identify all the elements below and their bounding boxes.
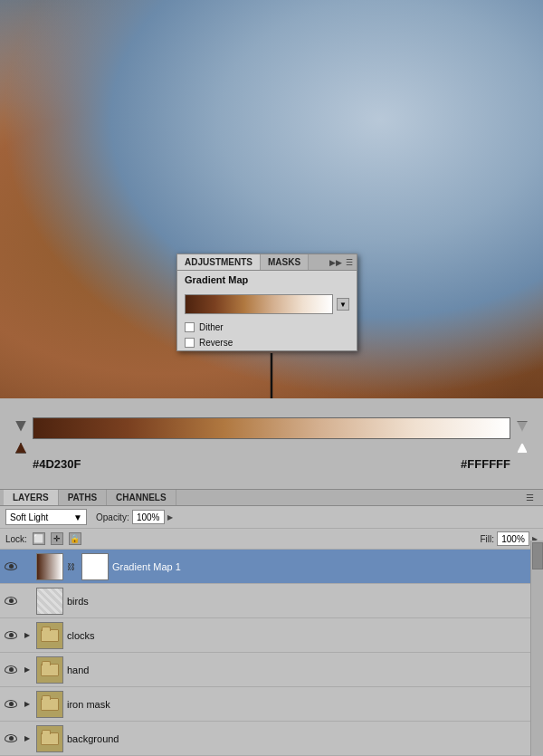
gradient-stop-top-right[interactable] <box>516 421 529 435</box>
tab-paths[interactable]: PATHS <box>59 490 107 505</box>
layers-scrollbar[interactable] <box>530 541 543 756</box>
lock-label: Lock: <box>5 534 27 544</box>
layer-link-icon: ⛓ <box>67 562 76 571</box>
dither-option: Dither <box>177 320 357 335</box>
gradient-dropdown-button[interactable]: ▼ <box>337 298 349 311</box>
lock-all-button[interactable]: 🔒 <box>69 532 81 545</box>
gradient-stop-bottom-right[interactable] <box>516 443 529 454</box>
eye-icon <box>5 734 17 742</box>
gradient-bottom-stops <box>14 443 529 454</box>
eye-icon <box>5 597 17 605</box>
gradient-preview[interactable] <box>185 294 333 314</box>
opacity-control: Opacity: 100% ▶ <box>96 510 173 524</box>
layer-expand-button <box>22 561 33 572</box>
arrow-indicator <box>258 353 285 398</box>
layer-thumbnail <box>36 691 63 718</box>
layer-name: birds <box>67 596 539 607</box>
layer-visibility-toggle[interactable] <box>4 663 18 677</box>
layer-name: clocks <box>67 630 539 641</box>
fill-label: Fill: <box>480 534 494 544</box>
layers-panel-menu[interactable]: ☰ <box>520 491 539 504</box>
gradient-thumbnail <box>37 554 62 579</box>
gradient-full-row <box>14 417 529 439</box>
gradient-stop-bottom-left[interactable] <box>14 443 27 454</box>
layers-blend-opacity-row: Soft Light ▼ Opacity: 100% ▶ <box>0 506 543 529</box>
layer-visibility-toggle[interactable] <box>4 697 18 712</box>
lock-position-button[interactable]: ✛ <box>51 532 63 545</box>
layers-list: ⛓ Gradient Map 1 birds ▶ <box>0 550 543 756</box>
folder-icon <box>41 698 59 711</box>
layer-expand-button[interactable]: ▶ <box>22 630 33 641</box>
layer-row[interactable]: ⛓ Gradient Map 1 <box>0 550 543 584</box>
blend-mode-select[interactable]: Soft Light ▼ <box>5 509 87 525</box>
layers-tabs-bar: LAYERS PATHS CHANNELS ☰ <box>0 490 543 506</box>
layer-row[interactable]: birds <box>0 584 543 618</box>
dither-label: Dither <box>199 322 224 332</box>
tab-channels[interactable]: CHANNELS <box>107 490 176 505</box>
layer-row[interactable]: ▶ iron mask <box>0 687 543 722</box>
opacity-arrow[interactable]: ▶ <box>167 513 173 522</box>
layer-visibility-toggle[interactable] <box>4 560 18 574</box>
layer-thumbnail <box>36 725 63 752</box>
layer-name: iron mask <box>67 699 539 710</box>
lock-pixels-button[interactable]: ⬜ <box>33 532 45 545</box>
layer-thumbnail <box>36 622 63 649</box>
tab-masks[interactable]: MASKS <box>261 254 309 270</box>
gradient-bar-section: #4D230F #FFFFFF <box>0 398 543 489</box>
reverse-option: Reverse <box>177 335 357 350</box>
menu-icon[interactable]: ☰ <box>346 258 353 267</box>
tab-layers[interactable]: LAYERS <box>4 490 59 505</box>
eye-pupil <box>9 667 14 672</box>
eye-icon <box>5 562 17 570</box>
eye-icon <box>5 631 17 639</box>
adjustments-panel: ADJUSTMENTS MASKS ▶▶ ☰ Gradient Map ▼ Di… <box>176 254 357 351</box>
layer-name: background <box>67 733 539 744</box>
blend-mode-arrow: ▼ <box>73 512 82 522</box>
layer-mask-thumbnail <box>81 553 109 580</box>
layers-panel: LAYERS PATHS CHANNELS ☰ Soft Light ▼ Opa… <box>0 489 543 756</box>
gradient-preview-row: ▼ <box>177 289 357 320</box>
dither-checkbox[interactable] <box>185 322 195 332</box>
layer-expand-button <box>22 596 33 607</box>
layer-expand-button[interactable]: ▶ <box>22 699 33 710</box>
eye-pupil <box>9 736 14 741</box>
layer-name: hand <box>67 665 539 675</box>
layer-row[interactable]: ▶ hand <box>0 653 543 687</box>
eye-icon <box>5 665 17 674</box>
layer-visibility-toggle[interactable] <box>4 594 18 608</box>
reverse-label: Reverse <box>199 338 233 348</box>
gradient-stop-top-left[interactable] <box>14 421 27 435</box>
eye-pupil <box>9 633 14 637</box>
folder-icon <box>41 732 59 745</box>
panel-title: Gradient Map <box>177 271 357 289</box>
layer-thumbnail <box>36 656 63 684</box>
reverse-checkbox[interactable] <box>185 338 195 348</box>
eye-pupil <box>9 598 14 603</box>
layer-thumbnail <box>36 553 63 580</box>
scrollbar-thumb[interactable] <box>532 542 543 569</box>
layer-thumbnail <box>36 588 63 615</box>
layer-expand-button[interactable]: ▶ <box>22 665 33 675</box>
forward-icon[interactable]: ▶▶ <box>329 258 342 267</box>
opacity-value[interactable]: 100% <box>132 510 165 524</box>
lock-fill-row: Lock: ⬜ ✛ 🔒 Fill: 100% ▶ <box>0 529 543 550</box>
panel-tabs-bar: ADJUSTMENTS MASKS ▶▶ ☰ <box>177 254 357 271</box>
opacity-label: Opacity: <box>96 512 129 522</box>
blend-mode-value: Soft Light <box>10 512 48 522</box>
photo-area: ADJUSTMENTS MASKS ▶▶ ☰ Gradient Map ▼ Di… <box>0 0 543 398</box>
layer-visibility-toggle[interactable] <box>4 732 18 746</box>
fill-value[interactable]: 100% <box>497 531 529 546</box>
layer-expand-button[interactable]: ▶ <box>22 733 33 744</box>
fill-control: Fill: 100% ▶ <box>480 531 538 546</box>
folder-icon <box>41 629 59 642</box>
panel-tab-icons: ▶▶ ☰ <box>326 256 357 269</box>
eye-pupil <box>9 702 14 706</box>
layer-row[interactable]: ▶ background <box>0 722 543 756</box>
eye-icon <box>5 700 17 708</box>
color-label-right: #FFFFFF <box>461 457 510 471</box>
gradient-bar[interactable] <box>33 417 510 439</box>
tab-adjustments[interactable]: ADJUSTMENTS <box>177 254 261 270</box>
color-label-left: #4D230F <box>33 457 81 471</box>
layer-visibility-toggle[interactable] <box>4 628 18 643</box>
layer-row[interactable]: ▶ clocks <box>0 618 543 653</box>
